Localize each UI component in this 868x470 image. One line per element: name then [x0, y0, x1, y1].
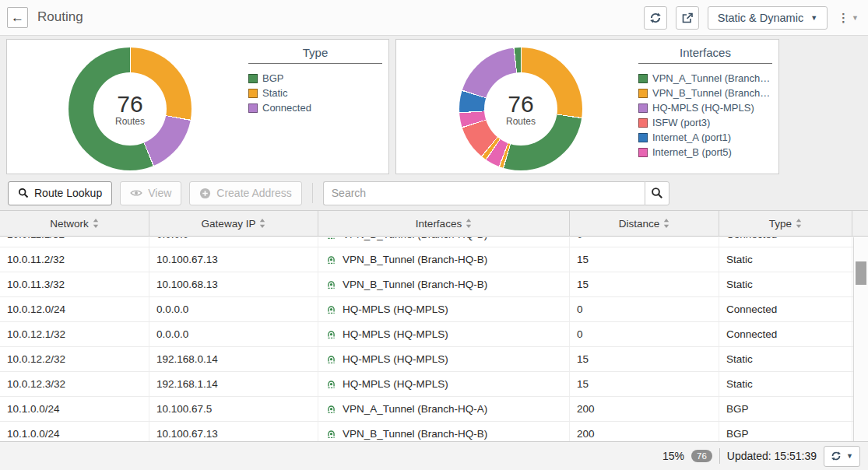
load-percent: 15%: [662, 450, 684, 462]
interface-name: VPN_B_Tunnel (Branch-HQ-B): [343, 247, 487, 272]
table-body: 10.0.11.1/320.0.0.0VPN_B_Tunnel (Branch-…: [0, 237, 853, 441]
interface-name: HQ-MPLS (HQ-MPLS): [343, 372, 448, 396]
external-link-icon: [681, 12, 694, 24]
interfaces-donut-chart[interactable]: 76 Routes: [459, 47, 582, 170]
search-icon: [651, 187, 663, 199]
gateway-ip-cell: 10.100.68.13: [149, 272, 318, 296]
table-row[interactable]: 10.0.11.1/320.0.0.0VPN_B_Tunnel (Branch-…: [0, 237, 853, 247]
network-cell: 10.0.11.1/32: [0, 237, 149, 247]
legend-title: Type: [248, 46, 382, 64]
search-box: [323, 181, 669, 205]
view-button[interactable]: View: [120, 181, 181, 205]
refresh-button[interactable]: [644, 6, 667, 30]
table-toolbar: Route Lookup View Create Address: [8, 181, 669, 205]
back-button[interactable]: ←: [7, 7, 28, 28]
auto-refresh-dropdown[interactable]: ▼: [824, 446, 860, 467]
header-filler: [852, 211, 868, 236]
legend-item[interactable]: Static: [248, 86, 382, 100]
column-label: Network: [50, 218, 89, 230]
legend-item[interactable]: Internet_A (port1): [638, 130, 772, 145]
status-divider: [719, 448, 720, 464]
table-header: NetworkGateway IPInterfacesDistanceType: [0, 210, 868, 237]
chevron-down-icon: ▼: [846, 452, 853, 460]
table-body-viewport: 10.0.11.1/320.0.0.0VPN_B_Tunnel (Branch-…: [0, 237, 853, 441]
tunnel-interface-icon: [325, 254, 337, 265]
distance-cell: 15: [570, 372, 719, 396]
route-view-mode-dropdown[interactable]: Static & Dynamic ▼: [708, 6, 828, 30]
type-cell: Static: [719, 347, 852, 371]
scrollbar-thumb[interactable]: [856, 261, 866, 285]
legend-label: Static: [262, 87, 288, 99]
interface-cell: VPN_B_Tunnel (Branch-HQ-B): [318, 237, 570, 247]
table-row[interactable]: 10.1.0.0/2410.100.67.5VPN_A_Tunnel (Bran…: [0, 397, 853, 422]
tunnel-interface-icon: [325, 237, 337, 240]
page-title: Routing: [37, 9, 83, 25]
chevron-down-icon: ▼: [852, 14, 859, 22]
back-arrow-icon: ←: [11, 10, 24, 25]
route-count-badge: 76: [691, 450, 712, 462]
network-cell: 10.0.12.0/24: [0, 297, 149, 321]
table-row[interactable]: 10.1.0.0/2410.100.67.13VPN_B_Tunnel (Bra…: [0, 422, 853, 441]
table-row[interactable]: 10.0.11.3/3210.100.68.13VPN_B_Tunnel (Br…: [0, 272, 853, 297]
column-header-gateway-ip[interactable]: Gateway IP: [149, 211, 318, 236]
legend-item[interactable]: ISFW (port3): [638, 115, 772, 130]
table-row[interactable]: 10.0.12.1/320.0.0.0HQ-MPLS (HQ-MPLS)0Con…: [0, 322, 853, 347]
table-row[interactable]: 10.0.12.2/32192.168.0.14HQ-MPLS (HQ-MPLS…: [0, 347, 853, 372]
interfaces-legend: Interfaces VPN_A_Tunnel (Branch-HQ-A)VPN…: [638, 46, 772, 160]
routes-by-interface-panel: 76 Routes Interfaces VPN_A_Tunnel (Branc…: [395, 39, 779, 174]
legend-label: HQ-MPLS (HQ-MPLS): [652, 102, 754, 114]
route-view-mode-value: Static & Dynamic: [718, 12, 803, 24]
legend-label: ISFW (port3): [652, 117, 710, 128]
legend-label: Internet_A (port1): [652, 132, 731, 143]
routes-total-label: Routes: [115, 116, 145, 127]
legend-item[interactable]: VPN_B_Tunnel (Branch-HQ-B): [638, 86, 772, 100]
network-cell: 10.0.11.3/32: [0, 272, 149, 296]
distance-cell: 200: [570, 397, 719, 421]
distance-cell: 0: [570, 237, 719, 247]
legend-swatch-icon: [638, 74, 648, 83]
column-header-network[interactable]: Network: [0, 211, 149, 236]
gateway-ip-cell: 10.100.67.13: [149, 247, 318, 272]
legend-swatch-icon: [248, 74, 258, 83]
type-cell: Connected: [719, 297, 852, 321]
view-label: View: [148, 187, 171, 199]
column-label: Type: [769, 218, 792, 230]
donut-center: 76 Routes: [484, 72, 557, 146]
create-address-button[interactable]: Create Address: [189, 181, 302, 205]
column-header-distance[interactable]: Distance: [570, 211, 719, 236]
sort-icon: [259, 219, 265, 228]
table-row[interactable]: 10.0.11.2/3210.100.67.13VPN_B_Tunnel (Br…: [0, 247, 853, 272]
more-options-menu[interactable]: ⋮ ▼: [836, 9, 860, 26]
interface-cell: HQ-MPLS (HQ-MPLS): [318, 297, 570, 321]
tunnel-interface-icon: [325, 353, 337, 365]
type-cell: BGP: [719, 422, 852, 441]
chevron-down-icon: ▼: [810, 14, 817, 22]
legend-item[interactable]: HQ-MPLS (HQ-MPLS): [638, 100, 772, 115]
column-label: Interfaces: [416, 218, 462, 230]
sort-icon: [796, 219, 802, 228]
type-donut-chart[interactable]: 76 Routes: [69, 47, 192, 170]
table-row[interactable]: 10.0.12.0/240.0.0.0HQ-MPLS (HQ-MPLS)0Con…: [0, 297, 853, 322]
search-button[interactable]: [645, 181, 669, 205]
legend-item[interactable]: Connected: [248, 100, 382, 115]
legend-item[interactable]: VPN_A_Tunnel (Branch-HQ-A): [638, 71, 772, 86]
open-in-new-window-button[interactable]: [676, 6, 699, 30]
legend-label: VPN_A_Tunnel (Branch-HQ-A): [652, 72, 772, 84]
sort-icon: [466, 219, 472, 228]
column-header-interfaces[interactable]: Interfaces: [318, 211, 570, 236]
table-scrollbar[interactable]: [853, 237, 868, 441]
routes-total-label: Routes: [506, 116, 536, 127]
route-lookup-button[interactable]: Route Lookup: [8, 181, 112, 205]
legend-item[interactable]: BGP: [248, 71, 382, 86]
distance-cell: 15: [570, 247, 719, 272]
table-row[interactable]: 10.0.12.3/32192.168.1.14HQ-MPLS (HQ-MPLS…: [0, 372, 853, 397]
gateway-ip-cell: 192.168.1.14: [149, 372, 318, 396]
routes-total: 76: [508, 91, 533, 118]
legend-item[interactable]: Internet_B (port5): [638, 145, 772, 160]
column-header-type[interactable]: Type: [719, 211, 852, 236]
column-label: Gateway IP: [202, 218, 256, 230]
tunnel-interface-icon: [325, 279, 337, 290]
interface-cell: VPN_B_Tunnel (Branch-HQ-B): [318, 422, 570, 441]
search-input[interactable]: [323, 181, 645, 205]
sort-icon: [93, 219, 99, 228]
